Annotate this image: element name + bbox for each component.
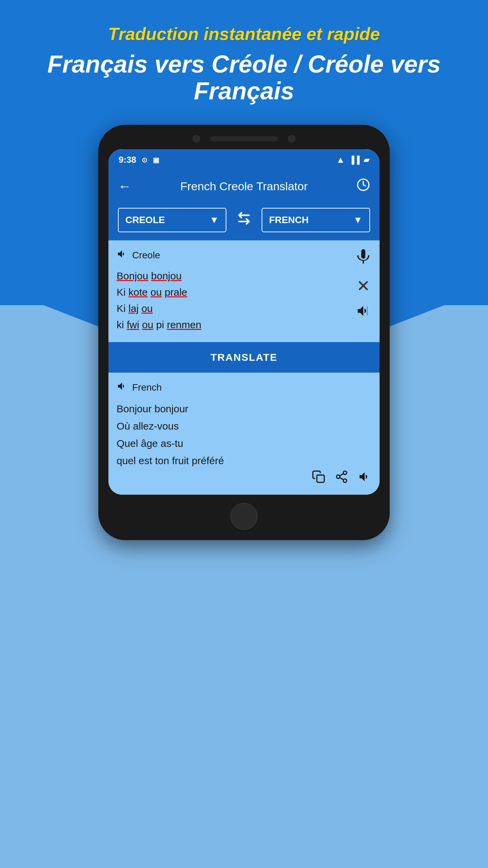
output-action-buttons (312, 470, 371, 487)
signal-icon: ▐▐ (349, 156, 360, 164)
clear-button[interactable]: ✕ (357, 276, 370, 295)
input-speaker-icon[interactable] (117, 249, 127, 262)
translate-button[interactable]: TRANSLATE (108, 342, 380, 373)
microphone-button[interactable] (355, 249, 371, 268)
phone-speaker (210, 136, 278, 141)
history-button[interactable] (357, 178, 370, 195)
copy-button[interactable] (312, 470, 325, 487)
target-lang-dropdown-icon: ▼ (353, 215, 363, 225)
header-subtitle: Traduction instantanée et rapide (0, 24, 488, 44)
language-selector-row: CREOLE ▼ FRENCH ▼ (108, 202, 380, 240)
header-title: Français vers Créole / Créole vers Franç… (0, 51, 488, 104)
status-bar: 9:38 ⊙ ▣ ▲ ▐▐ ▰ (108, 149, 380, 171)
back-button[interactable]: ← (118, 179, 131, 194)
input-text[interactable]: Bonjou bonjou Ki kote ou prale Ki laj ou… (117, 268, 371, 333)
target-language-button[interactable]: FRENCH ▼ (262, 208, 370, 232)
output-lang-label: French (132, 382, 162, 393)
battery-icon: ▰ (364, 156, 369, 164)
status-icon-circle: ⊙ (142, 156, 147, 164)
output-panel: French Bonjour bonjour Où allez-vous Que… (108, 373, 380, 495)
status-icon-sim: ▣ (153, 156, 159, 164)
source-lang-label: CREOLE (125, 215, 165, 225)
input-line-2: Ki kote ou prale (117, 284, 371, 300)
source-lang-dropdown-icon: ▼ (209, 215, 219, 225)
input-action-buttons: ✕ (355, 249, 371, 322)
swap-languages-button[interactable] (233, 208, 255, 232)
phone-camera-right (288, 135, 296, 142)
input-speaker-right-button[interactable] (356, 303, 371, 322)
status-time: 9:38 (119, 155, 136, 165)
app-bar: ← French Creole Translator (108, 171, 380, 202)
output-speaker-icon[interactable] (117, 381, 127, 394)
phone-camera (192, 135, 200, 142)
output-speaker-bottom-button[interactable] (358, 470, 371, 487)
input-lang-label: Creole (132, 250, 160, 261)
output-text: Bonjour bonjour Où allez-vous Quel âge a… (117, 400, 371, 469)
phone-home-button[interactable] (230, 503, 258, 530)
svg-line-6 (340, 474, 343, 476)
source-language-button[interactable]: CREOLE ▼ (118, 208, 226, 232)
app-bar-title: French Creole Translator (138, 180, 350, 193)
target-lang-label: FRENCH (269, 215, 309, 225)
input-line-1: Bonjou bonjou (117, 268, 371, 284)
input-line-3: Ki laj ou (117, 300, 371, 317)
input-line-4: ki fwi ou pi renmen (117, 317, 371, 333)
wifi-icon: ▲ (336, 155, 345, 165)
svg-line-5 (340, 478, 343, 480)
svg-rect-1 (317, 475, 324, 482)
share-button[interactable] (335, 470, 348, 487)
input-panel: Creole Bonjou bonjou Ki kote ou prale Ki… (108, 240, 380, 342)
